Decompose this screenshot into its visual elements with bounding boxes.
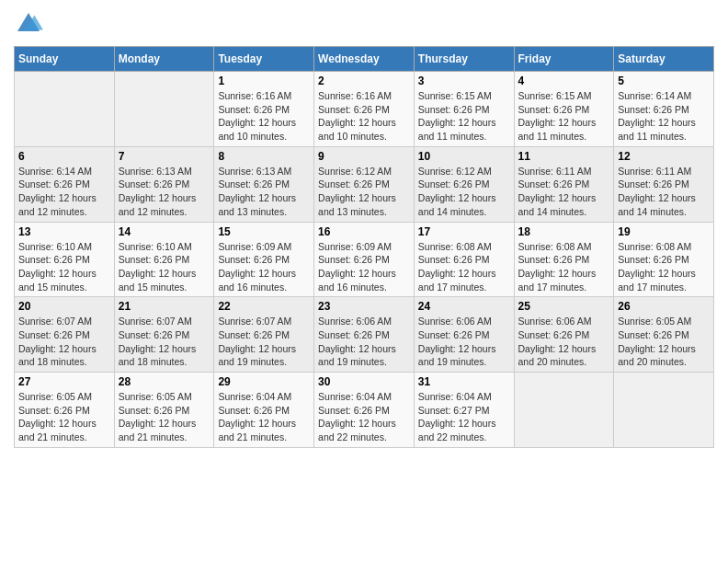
day-info: Sunrise: 6:06 AM Sunset: 6:26 PM Dayligh… xyxy=(418,315,510,369)
calendar-table: SundayMondayTuesdayWednesdayThursdayFrid… xyxy=(14,46,714,448)
day-number: 4 xyxy=(518,75,610,87)
calendar-cell: 30Sunrise: 6:04 AM Sunset: 6:26 PM Dayli… xyxy=(314,373,415,448)
day-info: Sunrise: 6:14 AM Sunset: 6:26 PM Dayligh… xyxy=(18,165,110,219)
calendar-cell: 8Sunrise: 6:13 AM Sunset: 6:26 PM Daylig… xyxy=(214,146,314,222)
logo-icon xyxy=(14,9,43,39)
calendar-week-row: 6Sunrise: 6:14 AM Sunset: 6:26 PM Daylig… xyxy=(15,146,714,222)
calendar-cell: 17Sunrise: 6:08 AM Sunset: 6:26 PM Dayli… xyxy=(414,222,514,297)
day-info: Sunrise: 6:07 AM Sunset: 6:26 PM Dayligh… xyxy=(119,315,210,369)
day-number: 11 xyxy=(518,150,610,163)
calendar-cell: 12Sunrise: 6:11 AM Sunset: 6:26 PM Dayli… xyxy=(614,146,714,222)
day-number: 9 xyxy=(318,150,410,163)
day-number: 28 xyxy=(119,375,210,388)
day-info: Sunrise: 6:10 AM Sunset: 6:26 PM Dayligh… xyxy=(18,240,110,294)
calendar-cell: 20Sunrise: 6:07 AM Sunset: 6:26 PM Dayli… xyxy=(15,297,115,373)
day-info: Sunrise: 6:05 AM Sunset: 6:26 PM Dayligh… xyxy=(18,390,110,444)
day-number: 23 xyxy=(318,300,410,313)
day-info: Sunrise: 6:07 AM Sunset: 6:26 PM Dayligh… xyxy=(18,315,110,369)
day-number: 15 xyxy=(218,225,310,238)
day-number: 5 xyxy=(618,75,710,87)
day-number: 1 xyxy=(218,75,310,87)
day-number: 3 xyxy=(418,75,510,87)
calendar-cell: 3Sunrise: 6:15 AM Sunset: 6:26 PM Daylig… xyxy=(414,72,514,147)
weekday-header: Tuesday xyxy=(214,47,314,72)
calendar-cell: 19Sunrise: 6:08 AM Sunset: 6:26 PM Dayli… xyxy=(614,222,714,297)
calendar-cell: 31Sunrise: 6:04 AM Sunset: 6:27 PM Dayli… xyxy=(414,373,514,448)
calendar-week-row: 27Sunrise: 6:05 AM Sunset: 6:26 PM Dayli… xyxy=(15,373,714,448)
day-info: Sunrise: 6:15 AM Sunset: 6:26 PM Dayligh… xyxy=(518,89,610,144)
day-number: 7 xyxy=(119,150,210,163)
calendar-cell: 5Sunrise: 6:14 AM Sunset: 6:26 PM Daylig… xyxy=(614,72,714,147)
day-info: Sunrise: 6:12 AM Sunset: 6:26 PM Dayligh… xyxy=(318,165,410,219)
calendar-cell xyxy=(15,72,115,147)
calendar-body: 1Sunrise: 6:16 AM Sunset: 6:26 PM Daylig… xyxy=(15,72,714,448)
day-number: 26 xyxy=(618,300,710,313)
day-info: Sunrise: 6:08 AM Sunset: 6:26 PM Dayligh… xyxy=(418,240,510,294)
header xyxy=(14,9,714,39)
page-container: SundayMondayTuesdayWednesdayThursdayFrid… xyxy=(0,0,728,462)
weekday-header: Saturday xyxy=(614,47,714,72)
calendar-cell: 21Sunrise: 6:07 AM Sunset: 6:26 PM Dayli… xyxy=(114,297,214,373)
day-info: Sunrise: 6:13 AM Sunset: 6:26 PM Dayligh… xyxy=(119,165,210,219)
day-number: 27 xyxy=(18,375,110,388)
day-info: Sunrise: 6:06 AM Sunset: 6:26 PM Dayligh… xyxy=(518,315,610,369)
day-number: 21 xyxy=(119,300,210,313)
calendar-cell: 23Sunrise: 6:06 AM Sunset: 6:26 PM Dayli… xyxy=(314,297,415,373)
day-number: 31 xyxy=(418,375,510,388)
calendar-cell: 10Sunrise: 6:12 AM Sunset: 6:26 PM Dayli… xyxy=(414,146,514,222)
day-info: Sunrise: 6:13 AM Sunset: 6:26 PM Dayligh… xyxy=(218,165,310,219)
day-info: Sunrise: 6:04 AM Sunset: 6:27 PM Dayligh… xyxy=(418,390,510,444)
calendar-week-row: 1Sunrise: 6:16 AM Sunset: 6:26 PM Daylig… xyxy=(15,72,714,147)
calendar-week-row: 20Sunrise: 6:07 AM Sunset: 6:26 PM Dayli… xyxy=(15,297,714,373)
day-number: 24 xyxy=(418,300,510,313)
day-number: 19 xyxy=(618,225,710,238)
calendar-cell: 25Sunrise: 6:06 AM Sunset: 6:26 PM Dayli… xyxy=(514,297,614,373)
day-number: 17 xyxy=(418,225,510,238)
calendar-cell: 13Sunrise: 6:10 AM Sunset: 6:26 PM Dayli… xyxy=(15,222,115,297)
day-number: 22 xyxy=(218,300,310,313)
calendar-cell: 16Sunrise: 6:09 AM Sunset: 6:26 PM Dayli… xyxy=(314,222,415,297)
calendar-cell: 11Sunrise: 6:11 AM Sunset: 6:26 PM Dayli… xyxy=(514,146,614,222)
day-number: 25 xyxy=(518,300,610,313)
day-info: Sunrise: 6:11 AM Sunset: 6:26 PM Dayligh… xyxy=(618,165,710,219)
day-info: Sunrise: 6:09 AM Sunset: 6:26 PM Dayligh… xyxy=(218,240,310,294)
calendar-header: SundayMondayTuesdayWednesdayThursdayFrid… xyxy=(15,47,714,72)
day-number: 6 xyxy=(18,150,110,163)
calendar-cell: 28Sunrise: 6:05 AM Sunset: 6:26 PM Dayli… xyxy=(114,373,214,448)
day-info: Sunrise: 6:16 AM Sunset: 6:26 PM Dayligh… xyxy=(318,89,410,144)
day-number: 2 xyxy=(318,75,410,87)
day-info: Sunrise: 6:12 AM Sunset: 6:26 PM Dayligh… xyxy=(418,165,510,219)
day-info: Sunrise: 6:08 AM Sunset: 6:26 PM Dayligh… xyxy=(518,240,610,294)
day-info: Sunrise: 6:09 AM Sunset: 6:26 PM Dayligh… xyxy=(318,240,410,294)
day-info: Sunrise: 6:07 AM Sunset: 6:26 PM Dayligh… xyxy=(218,315,310,369)
day-info: Sunrise: 6:04 AM Sunset: 6:26 PM Dayligh… xyxy=(318,390,410,444)
day-info: Sunrise: 6:14 AM Sunset: 6:26 PM Dayligh… xyxy=(618,89,710,144)
calendar-cell: 6Sunrise: 6:14 AM Sunset: 6:26 PM Daylig… xyxy=(15,146,115,222)
day-info: Sunrise: 6:08 AM Sunset: 6:26 PM Dayligh… xyxy=(618,240,710,294)
day-number: 16 xyxy=(318,225,410,238)
calendar-week-row: 13Sunrise: 6:10 AM Sunset: 6:26 PM Dayli… xyxy=(15,222,714,297)
weekday-header: Monday xyxy=(114,47,214,72)
day-number: 13 xyxy=(18,225,110,238)
weekday-header: Friday xyxy=(514,47,614,72)
weekday-header: Thursday xyxy=(414,47,514,72)
day-number: 29 xyxy=(218,375,310,388)
calendar-cell: 18Sunrise: 6:08 AM Sunset: 6:26 PM Dayli… xyxy=(514,222,614,297)
weekday-header: Sunday xyxy=(15,47,115,72)
day-number: 20 xyxy=(18,300,110,313)
calendar-cell xyxy=(614,373,714,448)
calendar-cell xyxy=(114,72,214,147)
calendar-cell: 15Sunrise: 6:09 AM Sunset: 6:26 PM Dayli… xyxy=(214,222,314,297)
logo xyxy=(14,9,47,39)
day-number: 18 xyxy=(518,225,610,238)
calendar-cell: 14Sunrise: 6:10 AM Sunset: 6:26 PM Dayli… xyxy=(114,222,214,297)
calendar-cell: 24Sunrise: 6:06 AM Sunset: 6:26 PM Dayli… xyxy=(414,297,514,373)
calendar-cell: 2Sunrise: 6:16 AM Sunset: 6:26 PM Daylig… xyxy=(314,72,415,147)
calendar-cell: 9Sunrise: 6:12 AM Sunset: 6:26 PM Daylig… xyxy=(314,146,415,222)
calendar-cell: 27Sunrise: 6:05 AM Sunset: 6:26 PM Dayli… xyxy=(15,373,115,448)
calendar-cell: 7Sunrise: 6:13 AM Sunset: 6:26 PM Daylig… xyxy=(114,146,214,222)
day-info: Sunrise: 6:06 AM Sunset: 6:26 PM Dayligh… xyxy=(318,315,410,369)
day-info: Sunrise: 6:04 AM Sunset: 6:26 PM Dayligh… xyxy=(218,390,310,444)
calendar-cell: 4Sunrise: 6:15 AM Sunset: 6:26 PM Daylig… xyxy=(514,72,614,147)
weekday-row: SundayMondayTuesdayWednesdayThursdayFrid… xyxy=(15,47,714,72)
